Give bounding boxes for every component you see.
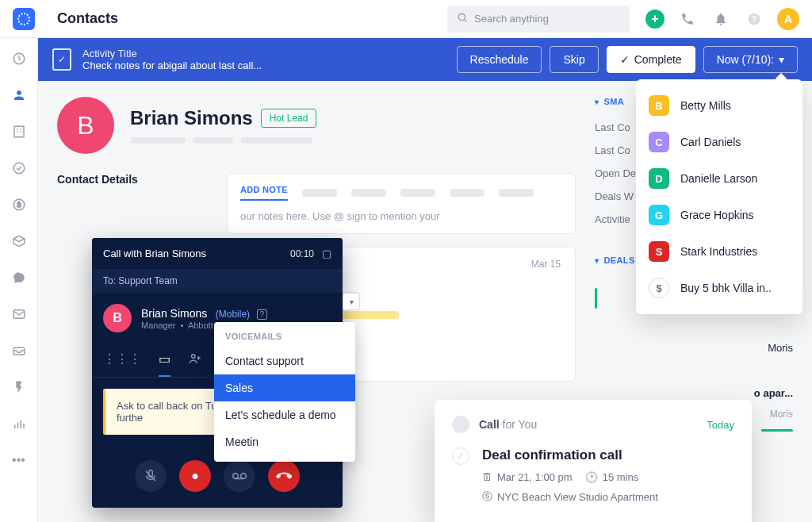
note-card: ADD NOTE our notes here. Use @ sign to m… [227,173,576,234]
task-due-badge: Today [707,419,734,431]
sidebar-inbox-icon[interactable] [8,340,30,362]
bell-icon[interactable] [710,9,731,29]
sidebar-activity-icon[interactable] [8,376,30,398]
calendar-icon: 🗓 [482,471,492,483]
task-card: Call for You Today ✓ Deal confirmation c… [435,400,752,522]
clock-icon: 🕐 [585,471,598,483]
svg-rect-5 [14,126,24,137]
svg-text:$: $ [17,201,21,209]
phone-icon[interactable] [677,9,698,29]
add-note-tab[interactable]: ADD NOTE [240,185,288,201]
call-timer: 00:10 [290,248,314,259]
voicemail-menu: VOICEMAILS Contact supportSalesLet's sch… [214,322,355,462]
add-button[interactable]: + [645,10,665,29]
now-menu-item[interactable]: SStark Industries [636,233,802,270]
complete-button[interactable]: ✓ Complete [607,46,695,73]
app-logo[interactable] [13,8,35,30]
now-menu-avatar: B [649,95,669,116]
add-user-tab-icon[interactable] [188,344,202,377]
now-menu-label: Buy 5 bhk Villa in.. [680,282,772,294]
task-complete-checkbox[interactable]: ✓ [452,447,469,465]
clipboard-icon [52,48,71,71]
record-button[interactable]: ● [179,460,211,492]
device-tab-icon[interactable]: ▭ [159,344,170,377]
sidebar-more-icon[interactable]: ••• [8,449,30,471]
skeleton [130,137,186,144]
sidebar-accounts-icon[interactable] [8,121,30,143]
end-call-button[interactable] [268,460,300,492]
sidebar-products-icon[interactable] [8,230,30,252]
voicemail-menu-item[interactable]: Contact support [214,347,355,374]
now-menu-label: Betty Mills [680,99,731,112]
topbar-actions: + ? A [645,8,799,30]
user-avatar[interactable]: A [777,8,799,30]
now-menu: BBetty MillsCCarl DanielsDDanielle Larso… [636,79,802,314]
check-icon: ✓ [620,53,630,66]
search-placeholder: Search anything [474,13,549,25]
lead-status-badge: Hot Lead [261,109,317,128]
now-menu-item[interactable]: GGrace Hopkins [636,197,802,233]
info-icon[interactable]: ? [257,309,268,320]
deal-status-indicator [761,429,793,432]
search-input[interactable]: Search anything [447,6,630,33]
now-menu-label: Carl Daniels [680,136,741,148]
activity-description: Check notes for abigail about last call.… [82,59,262,71]
call-contact-avatar: B [103,304,132,332]
call-to-field: To: Support Team [92,269,343,293]
note-placeholder[interactable]: our notes here. Use @ sign to mention yo… [240,210,562,222]
svg-point-21 [233,474,239,479]
task-title: Deal confirmation call [482,447,658,463]
deal-row[interactable]: Moris [595,337,793,359]
left-sidebar: $ ••• [0,38,38,522]
voicemail-menu-item[interactable]: Meetin [214,428,355,455]
sidebar-tasks-icon[interactable] [8,157,30,179]
now-menu-item[interactable]: CCarl Daniels [636,124,802,160]
help-icon[interactable]: ? [744,9,764,29]
minimize-icon[interactable]: ▢ [322,248,331,259]
sidebar-dashboard-icon[interactable] [8,48,30,70]
mute-button[interactable] [135,460,167,492]
now-menu-item[interactable]: $Buy 5 bhk Villa in.. [636,270,802,306]
now-menu-item[interactable]: BBetty Mills [636,87,802,124]
now-dropdown-button[interactable]: Now (7/10): ▾ [703,46,798,73]
now-menu-avatar: D [649,168,669,189]
reschedule-button[interactable]: Reschedule [457,46,542,73]
top-bar: Contacts Search anything + ? A [0,0,812,38]
svg-point-10 [13,163,25,174]
call-channel: (Mobile) [216,309,250,320]
sidebar-chat-icon[interactable] [8,267,30,289]
chevron-down-icon: ▾ [595,256,599,265]
now-menu-label: Danielle Larson [680,172,757,185]
voicemail-button[interactable] [224,460,255,492]
now-menu-avatar: S [649,241,669,262]
timeline-date: Mar 15 [531,259,561,270]
sidebar-reports-icon[interactable] [8,413,30,435]
svg-point-22 [241,474,247,479]
activity-label: Activity Title [82,48,262,59]
chevron-down-icon: ▾ [595,98,599,106]
sidebar-email-icon[interactable] [8,303,30,325]
skeleton [193,137,233,144]
skip-button[interactable]: Skip [550,46,598,73]
skeleton [241,137,312,144]
call-widget-title: Call with Brian Simons [103,248,206,259]
voicemail-menu-item[interactable]: Sales [214,374,355,401]
now-menu-item[interactable]: DDanielle Larson [636,160,802,197]
svg-point-0 [458,13,465,20]
dialpad-tab-icon[interactable]: ⋮⋮⋮ [103,344,141,377]
svg-line-1 [465,20,466,21]
sidebar-contacts-icon[interactable] [8,84,30,106]
activity-bar: Activity Title Check notes for abigail a… [38,38,812,81]
now-menu-avatar: C [649,132,669,152]
sidebar-deals-icon[interactable]: $ [8,194,30,216]
search-icon [457,12,468,25]
now-menu-label: Grace Hopkins [680,209,754,221]
call-contact-name: Brian Simons [141,307,207,320]
voicemail-dropdown-toggle[interactable]: ▾ [343,293,360,310]
voicemail-menu-heading: VOICEMAILS [214,328,355,347]
contact-header: B Brian Simons Hot Lead [57,97,576,154]
skeleton [450,189,485,197]
now-menu-avatar: G [649,205,669,225]
svg-text:?: ? [752,13,756,23]
voicemail-menu-item[interactable]: Let's schedule a demo [214,401,355,428]
